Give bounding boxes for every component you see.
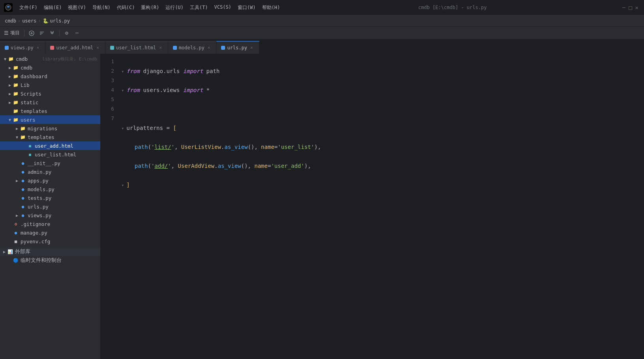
tab-models-py[interactable]: models.py ✕ (168, 41, 217, 54)
file-icon-user-add: ◼ (27, 143, 33, 149)
code-content[interactable]: ▾from django.urls import path ▾from user… (118, 54, 644, 359)
code-line-2: ▾from users.views import * (121, 85, 644, 95)
code-editor[interactable]: 1 2 3 4 5 6 7 ▾from django.urls import p… (101, 54, 644, 359)
line-numbers: 1 2 3 4 5 6 7 (101, 54, 118, 359)
tree-pyvenv-cfg[interactable]: ▶ ■ pyvenv.cfg (0, 237, 100, 246)
chevron-lib: ▶ (7, 82, 13, 88)
folder-icon-root: 📁 (8, 56, 14, 62)
breadcrumb-file: 🐍 urls.py (43, 18, 70, 24)
chevron-static: ▶ (7, 100, 13, 105)
menu-run[interactable]: 运行(U) (163, 3, 186, 12)
code-line-7: ▾] (121, 180, 644, 190)
tree-migrations[interactable]: ▶ 📁 migrations (0, 124, 100, 133)
tree-label-pyvenv: pyvenv.cfg (21, 239, 100, 244)
tree-label-user-list: user_list.html (35, 152, 100, 158)
tree-models-py[interactable]: ▶ ● models.py (0, 185, 100, 194)
chevron-users: ▼ (7, 117, 13, 122)
breadcrumb-folder[interactable]: users (22, 18, 36, 24)
add-icon[interactable] (27, 29, 36, 38)
tab-close-urls[interactable]: ✕ (249, 45, 254, 51)
app-logo (4, 3, 13, 12)
tabs-bar: views.py ✕ user_add.html ✕ user_list.htm… (0, 39, 644, 54)
menu-edit[interactable]: 编辑(E) (41, 3, 65, 12)
tree-templates-root[interactable]: ▶ 📁 templates (0, 107, 100, 115)
menu-file[interactable]: 文件(F) (17, 3, 40, 12)
tree-label-urls: urls.py (28, 204, 100, 210)
tab-user-add-html[interactable]: user_add.html ✕ (45, 41, 105, 54)
minimize-panel-icon[interactable]: ─ (73, 29, 81, 38)
tree-lib[interactable]: ▶ 📁 Lib (0, 81, 100, 89)
breadcrumb-project[interactable]: cmdb (5, 18, 16, 24)
tab-label-user-list: user_list.html (116, 45, 156, 51)
folder-icon-lib: 📁 (13, 82, 19, 88)
file-icon-apps: ● (20, 177, 26, 184)
tree-label-views: views.py (28, 212, 100, 218)
tree-label-migrations: migrations (28, 126, 100, 132)
code-line-5: path('list/', UserListView.as_view(), na… (121, 142, 644, 152)
tree-root-cmdb[interactable]: ▼ 📁 cmdb library根目录, E:\cmdb (0, 55, 100, 63)
icon-temp-files: 🔵 (13, 257, 19, 263)
tree-apps-py[interactable]: ▶ ● apps.py (0, 176, 100, 185)
sort-icon[interactable] (38, 29, 46, 38)
tree-init-py[interactable]: ▶ ● __init__.py (0, 159, 100, 167)
settings-icon[interactable]: ⚙ (62, 29, 71, 38)
tree-external-lib[interactable]: ▶ 📊 外部库 (0, 247, 100, 256)
tree-templates-sub[interactable]: ▼ 📁 templates (0, 133, 100, 141)
tree-tests-py[interactable]: ▶ ● tests.py (0, 194, 100, 202)
tree-label-lib: Lib (21, 82, 100, 88)
menu-window[interactable]: 窗口(W) (235, 3, 259, 12)
tab-user-list-html[interactable]: user_list.html ✕ (105, 41, 168, 54)
tab-close-models[interactable]: ✕ (207, 45, 212, 51)
file-icon-git: ⚙ (13, 221, 19, 227)
chevron-cmdb-sub: ▶ (7, 65, 13, 70)
tab-label-urls: urls.py (227, 45, 247, 51)
tab-close-user-list[interactable]: ✕ (158, 45, 163, 51)
chevron-scripts: ▶ (7, 91, 13, 96)
chevron-views: ▶ (14, 212, 20, 218)
tab-close-views[interactable]: ✕ (36, 45, 41, 51)
tab-label-views: views.py (11, 45, 34, 51)
tree-views-py[interactable]: ▶ ● views.py (0, 211, 100, 220)
code-line-1: ▾from django.urls import path (121, 66, 644, 76)
tree-dashboard[interactable]: ▶ 📁 dashboard (0, 72, 100, 81)
menu-help[interactable]: 帮助(H) (259, 3, 283, 12)
fold-4: ▾ (121, 126, 124, 131)
tree-cmdb-sub[interactable]: ▶ 📁 cmdb (0, 63, 100, 72)
tree-admin-py[interactable]: ▶ ● admin.py (0, 167, 100, 176)
list-icon: ☰ (4, 30, 9, 36)
minimize-button[interactable]: ─ (622, 4, 625, 11)
tree-temp-files[interactable]: ▶ 🔵 临时文件和控制台 (0, 256, 100, 265)
menu-refactor[interactable]: 重构(R) (138, 3, 162, 12)
menu-tools[interactable]: 工具(T) (187, 3, 211, 12)
tree-label-models: models.py (28, 186, 100, 192)
menu-view[interactable]: 视图(V) (65, 3, 89, 12)
folder-icon-templates-sub: 📁 (20, 134, 26, 140)
code-line-3 (121, 104, 644, 114)
collapse-icon[interactable] (48, 29, 56, 38)
close-button[interactable]: ✕ (635, 4, 638, 11)
window-title: cmdb [E:\cmdb] - urls.py (287, 5, 618, 10)
tree-scripts[interactable]: ▶ 📁 Scripts (0, 89, 100, 98)
menu-vcs[interactable]: VCS(S) (212, 3, 234, 12)
tree-user-add-html[interactable]: ▶ ◼ user_add.html (0, 141, 100, 150)
tree-urls-py[interactable]: ▶ ● urls.py (0, 202, 100, 211)
tree-static[interactable]: ▶ 📁 static (0, 98, 100, 107)
tab-urls-py[interactable]: urls.py ✕ (216, 41, 259, 54)
tab-icon-urls (221, 46, 225, 50)
chevron-templates-sub: ▼ (14, 134, 20, 140)
tab-close-user-add[interactable]: ✕ (95, 45, 100, 51)
tree-users[interactable]: ▼ 📁 users (0, 115, 100, 124)
file-tree-sidebar[interactable]: ▼ 📁 cmdb library根目录, E:\cmdb ▶ 📁 cmdb ▶ … (0, 54, 101, 359)
menu-bar[interactable]: 文件(F) 编辑(E) 视图(V) 导航(N) 代码(C) 重构(R) 运行(U… (17, 3, 283, 12)
tab-views-py[interactable]: views.py ✕ (0, 41, 45, 54)
file-icon-models: ● (20, 186, 26, 192)
tree-manage-py[interactable]: ▶ ● manage.py (0, 228, 100, 237)
menu-navigate[interactable]: 导航(N) (90, 3, 113, 12)
tree-label-manage: manage.py (21, 230, 100, 236)
menu-code[interactable]: 代码(C) (114, 3, 138, 12)
tree-gitignore[interactable]: ▶ ⚙ .gitignore (0, 220, 100, 228)
toolbar: ☰ 项目 ⚙ ─ (0, 27, 644, 39)
tree-user-list-html[interactable]: ▶ ◼ user_list.html (0, 150, 100, 159)
maximize-button[interactable]: □ (629, 4, 632, 11)
tree-label-root: cmdb (16, 56, 41, 62)
